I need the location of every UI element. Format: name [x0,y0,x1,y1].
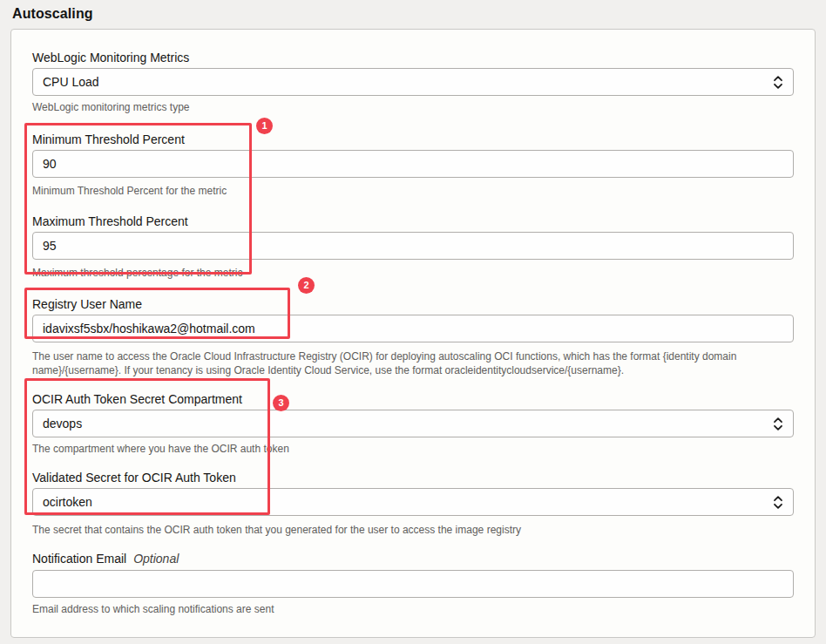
chevron-updown-icon [773,417,783,431]
field-ocir-compartment: OCIR Auth Token Secret Compartment devop… [32,391,794,456]
min-threshold-helper: Minimum Threshold Percent for the metric [32,184,794,198]
ocir-compartment-selected-value: devops [43,417,82,430]
notification-email-input[interactable] [32,570,794,598]
field-max-threshold: Maximum Threshold Percent Maximum thresh… [32,214,794,280]
chevron-updown-icon [773,75,783,90]
notification-email-label-text: Notification Email [32,552,126,566]
min-threshold-label: Minimum Threshold Percent [32,132,794,147]
weblogic-metrics-selected-value: CPU Load [43,75,99,89]
field-min-threshold: Minimum Threshold Percent Minimum Thresh… [32,132,794,198]
optional-tag: Optional [133,552,179,566]
weblogic-metrics-select[interactable]: CPU Load [32,68,794,96]
page-title: Autoscaling [12,6,93,22]
notification-email-label: Notification EmailOptional [32,551,794,566]
field-registry-user-name: Registry User Name The user name to acce… [32,296,794,377]
notification-email-helper: Email address to which scaling notificat… [32,602,794,616]
autoscaling-form-panel: WebLogic Monitoring Metrics CPU Load Web… [10,29,816,638]
autoscaling-page: Autoscaling WebLogic Monitoring Metrics … [0,0,826,644]
max-threshold-label: Maximum Threshold Percent [32,214,794,229]
field-weblogic-metrics: WebLogic Monitoring Metrics CPU Load Web… [32,50,794,114]
field-notification-email: Notification EmailOptional Email address… [32,551,794,616]
ocir-secret-selected-value: ocirtoken [43,495,92,509]
max-threshold-helper: Maximum threshold percentage for the met… [32,266,794,280]
ocir-compartment-select[interactable]: devops [32,410,794,437]
max-threshold-input[interactable] [32,232,794,260]
registry-user-name-label: Registry User Name [32,296,794,312]
min-threshold-input[interactable] [32,150,794,178]
ocir-secret-label: Validated Secret for OCIR Auth Token [32,470,794,485]
weblogic-metrics-helper: WebLogic monitoring metrics type [32,100,794,114]
weblogic-metrics-label: WebLogic Monitoring Metrics [32,50,794,65]
field-ocir-secret: Validated Secret for OCIR Auth Token oci… [32,470,794,537]
chevron-updown-icon [773,495,783,510]
ocir-compartment-label: OCIR Auth Token Secret Compartment [32,391,794,407]
registry-user-name-input[interactable] [32,315,794,342]
registry-user-name-helper: The user name to access the Oracle Cloud… [32,349,796,377]
ocir-compartment-helper: The compartment where you have the OCIR … [32,442,794,456]
ocir-secret-helper: The secret that contains the OCIR auth t… [32,523,794,537]
ocir-secret-select[interactable]: ocirtoken [32,488,794,516]
